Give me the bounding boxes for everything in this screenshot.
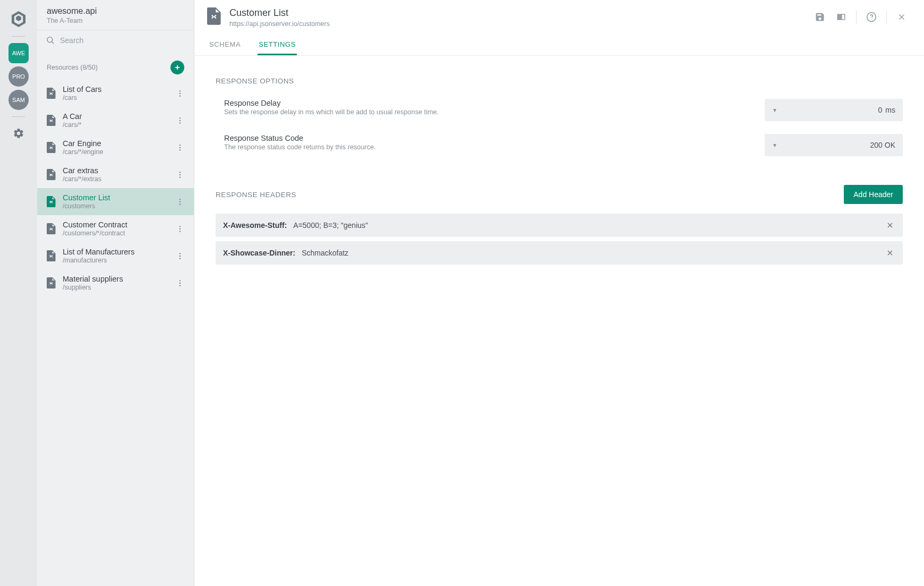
svg-point-24 — [179, 258, 181, 259]
option-label: Response Status Code — [224, 134, 754, 142]
svg-point-17 — [179, 201, 181, 202]
sidebar-header: awesome.api The A-Team — [37, 0, 194, 30]
resource-path: /cars/*/extras — [63, 175, 167, 183]
search-input[interactable] — [60, 36, 185, 45]
tab-schema[interactable]: SCHEMA — [208, 35, 242, 55]
resource-file-icon — [47, 169, 56, 181]
resource-item[interactable]: Car extras/cars/*/extras — [37, 161, 194, 188]
resource-more-button[interactable] — [174, 250, 186, 262]
resource-title: Customer List — [63, 193, 167, 202]
rail-settings-button[interactable] — [13, 128, 24, 139]
resource-path: /customers — [63, 202, 167, 210]
resource-title: Car Engine — [63, 139, 167, 148]
resource-file-icon — [47, 196, 56, 208]
chevron-down-icon: ▼ — [772, 142, 777, 148]
resource-more-button[interactable] — [174, 277, 186, 290]
add-resource-button[interactable] — [170, 61, 184, 74]
svg-point-12 — [179, 149, 181, 150]
topbar: Customer List https://api.jsonserver.io/… — [194, 0, 924, 56]
resource-item[interactable]: Customer List/customers — [37, 188, 194, 215]
workspace-badge-sam[interactable]: SAM — [8, 90, 29, 110]
svg-point-15 — [179, 176, 181, 177]
resource-file-icon — [47, 88, 56, 99]
svg-point-20 — [179, 228, 181, 229]
resource-more-button[interactable] — [174, 141, 186, 154]
svg-point-13 — [179, 172, 181, 173]
resource-path: /customers/*/contract — [63, 230, 167, 237]
svg-point-25 — [179, 280, 181, 281]
chevron-down-icon: ▼ — [772, 107, 777, 113]
resource-more-button[interactable] — [174, 196, 186, 208]
workspace-badge-awe[interactable]: AWE — [8, 43, 29, 63]
svg-point-14 — [179, 174, 181, 175]
remove-header-button[interactable] — [885, 248, 895, 258]
add-header-button[interactable]: Add Header — [844, 185, 903, 204]
resource-more-button[interactable] — [174, 114, 186, 127]
panel-toggle-button[interactable] — [832, 7, 851, 27]
header-value: A=5000; B=3; "genius" — [293, 221, 885, 230]
svg-point-18 — [179, 203, 181, 205]
page-title: Customer List — [229, 7, 810, 19]
help-button[interactable] — [862, 7, 881, 27]
svg-point-16 — [179, 199, 181, 200]
save-button[interactable] — [810, 7, 829, 27]
resource-more-button[interactable] — [174, 168, 186, 181]
tab-settings[interactable]: SETTINGS — [258, 35, 297, 55]
resource-file-icon — [47, 115, 56, 126]
resource-file-icon — [207, 7, 222, 26]
resources-count-label: Resources (8/50) — [47, 64, 98, 71]
remove-header-button[interactable] — [885, 220, 895, 231]
svg-point-6 — [179, 95, 181, 96]
svg-point-19 — [179, 226, 181, 227]
resource-item[interactable]: List of Cars/cars — [37, 80, 194, 107]
resource-item[interactable]: List of Manufacturers/manufacturers — [37, 242, 194, 269]
resource-file-icon — [47, 142, 56, 154]
resource-title: Material suppliers — [63, 275, 167, 283]
svg-point-23 — [179, 255, 181, 256]
resource-path: /suppliers — [63, 284, 167, 291]
close-button[interactable] — [892, 7, 911, 27]
resource-title: A Car — [63, 112, 167, 121]
header-row[interactable]: X-Awesome-Stuff:A=5000; B=3; "genius" — [216, 214, 903, 237]
resource-path: /cars/* — [63, 121, 167, 129]
svg-point-4 — [179, 90, 181, 91]
section-title-response-options: RESPONSE OPTIONS — [216, 77, 903, 85]
resource-more-button[interactable] — [174, 87, 186, 100]
tab-row: SCHEMASETTINGS — [207, 35, 911, 55]
svg-point-8 — [179, 120, 181, 121]
option-field[interactable]: ▼200 OK — [765, 134, 903, 156]
main-panel: Customer List https://api.jsonserver.io/… — [194, 0, 924, 586]
resource-item[interactable]: Material suppliers/suppliers — [37, 269, 194, 296]
team-name: The A-Team — [47, 17, 184, 24]
svg-point-22 — [179, 253, 181, 254]
header-value: Schmackofatz — [302, 249, 885, 257]
option-value: 200 OK — [870, 141, 895, 149]
resource-file-icon — [47, 277, 56, 289]
svg-point-11 — [179, 147, 181, 148]
resource-path: /manufacturers — [63, 257, 167, 264]
app-logo-icon — [9, 10, 28, 29]
svg-point-21 — [179, 231, 181, 232]
resource-item[interactable]: A Car/cars/* — [37, 107, 194, 134]
resource-title: List of Manufacturers — [63, 248, 167, 256]
header-name: X-Showcase-Dinner: — [223, 249, 295, 257]
option-unit: ms — [885, 106, 895, 114]
resource-item[interactable]: Customer Contract/customers/*/contract — [37, 215, 194, 242]
resource-path: /cars — [63, 94, 167, 101]
resource-file-icon — [47, 223, 56, 235]
option-field[interactable]: ▼0ms — [765, 99, 903, 121]
workspace-badge-pro[interactable]: PRO — [8, 66, 29, 87]
resource-item[interactable]: Car Engine/cars/*/engine — [37, 134, 194, 161]
left-rail: AWEPROSAM — [0, 0, 37, 586]
option-label: Response Delay — [224, 99, 754, 107]
header-row[interactable]: X-Showcase-Dinner:Schmackofatz — [216, 241, 903, 265]
resource-title: Car extras — [63, 166, 167, 175]
resource-title: Customer Contract — [63, 220, 167, 229]
option-description: The response status code returns by this… — [224, 143, 754, 151]
option-description: Sets the response delay in ms which will… — [224, 108, 754, 116]
svg-point-9 — [179, 122, 181, 123]
resource-more-button[interactable] — [174, 223, 186, 235]
search-icon — [46, 36, 55, 45]
svg-point-5 — [179, 92, 181, 94]
svg-line-1 — [52, 42, 54, 44]
